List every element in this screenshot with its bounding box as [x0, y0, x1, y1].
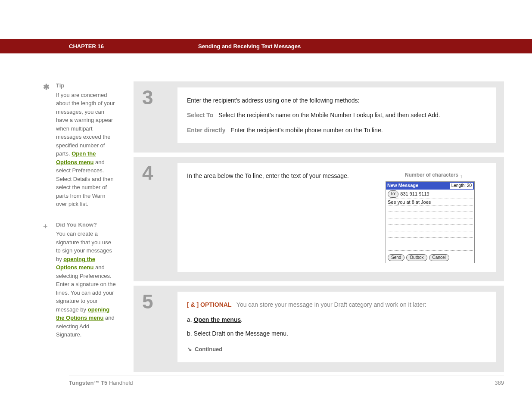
method1-label: Select To	[187, 112, 213, 118]
tip-text-2: and select Preferences. Select Details a…	[56, 159, 114, 208]
dyk-heading: Did You Know?	[56, 221, 116, 229]
step5-a-prefix: a.	[187, 316, 194, 323]
product-suffix: Handheld	[107, 380, 133, 386]
dyk-text-2: and selecting Preferences. Enter a signa…	[56, 264, 116, 313]
dyk-block: + Did You Know? You can create a signatu…	[56, 221, 116, 339]
open-menus-link[interactable]: Open the menus	[194, 316, 241, 323]
step-number: 3	[142, 87, 177, 143]
tip-heading: Tip	[56, 81, 116, 90]
plus-icon: +	[43, 221, 48, 232]
step5-a: a. Open the menus.	[187, 315, 487, 324]
tip-text-1: If you are concerned about the length of…	[56, 92, 115, 157]
method2-text: Enter the recipient's mobile phone numbe…	[230, 127, 383, 134]
page-number: 389	[495, 380, 504, 386]
device-title: New Message	[387, 182, 418, 189]
msg-line	[388, 212, 473, 218]
sidebar: ✱ Tip If you are concerned about the len…	[0, 81, 129, 376]
cancel-button[interactable]: Cancel	[429, 254, 449, 262]
msg-line	[388, 238, 473, 244]
chapter-title: Sending and Receiving Text Messages	[198, 43, 301, 50]
msg-line	[388, 231, 473, 238]
msg-line	[388, 244, 473, 251]
send-button[interactable]: Send	[388, 254, 404, 262]
dyk-body: You can create a signature that you use …	[56, 230, 116, 339]
chapter-header: CHAPTER 16 Sending and Receiving Text Me…	[0, 39, 532, 53]
page-content: ✱ Tip If you are concerned about the len…	[0, 53, 504, 376]
screenshot-caption: Number of characters	[383, 171, 487, 179]
device-titlebar: New Message Length: 20	[386, 182, 474, 190]
tip-block: ✱ Tip If you are concerned about the len…	[56, 81, 116, 209]
step5-intro: You can store your message in your Draft…	[236, 301, 426, 308]
main-steps: 3 Enter the recipient's address using on…	[129, 81, 504, 376]
step3-method1: Select To Select the recipient's name on…	[187, 111, 487, 119]
step-5: 5 [ & ] OPTIONAL You can store your mess…	[134, 286, 504, 372]
optional-tag: [ & ] OPTIONAL	[187, 301, 231, 308]
page-footer: Tungsten™ T5 Handheld 389	[69, 376, 504, 386]
to-row: To: 831 911 9119	[386, 190, 474, 199]
step4-text: In the area below the To line, enter the…	[187, 171, 370, 263]
msg-line	[388, 225, 473, 231]
msg-line	[388, 218, 473, 225]
to-button[interactable]: To:	[388, 190, 398, 198]
step-number: 5	[142, 292, 177, 362]
continued-row: ↘Continued	[187, 345, 487, 354]
product-bold: Tungsten™ T5	[69, 380, 107, 386]
arrow-down-right-icon: ↘	[187, 345, 192, 353]
length-counter: Length: 20	[450, 183, 473, 189]
msg-line-1: See you at 8 at Joes	[388, 199, 473, 206]
step-number: 4	[142, 163, 177, 272]
step3-intro: Enter the recipient's address using one …	[187, 96, 487, 105]
message-area[interactable]: See you at 8 at Joes	[386, 199, 474, 252]
step5-b: b. Select Draft on the Message menu.	[187, 329, 487, 338]
chapter-number: CHAPTER 16	[69, 43, 198, 50]
step-body: [ & ] OPTIONAL You can store your messag…	[177, 292, 496, 362]
step3-method2: Enter directly Enter the recipient's mob…	[187, 126, 487, 134]
device-button-row: Send Outbox Cancel	[386, 252, 474, 263]
method1-text: Select the recipient's name on the Mobil…	[218, 112, 440, 118]
outbox-button[interactable]: Outbox	[406, 254, 427, 262]
tip-body: If you are concerned about the length of…	[56, 91, 116, 209]
step5-intro-line: [ & ] OPTIONAL You can store your messag…	[187, 300, 487, 309]
method2-label: Enter directly	[187, 127, 225, 134]
asterisk-icon: ✱	[43, 81, 50, 93]
step5-a-suffix: .	[241, 316, 243, 323]
to-number[interactable]: 831 911 9119	[400, 191, 429, 198]
step-4: 4 In the area below the To line, enter t…	[134, 157, 504, 281]
device-screenshot: New Message Length: 20 To: 831 911 9119 …	[386, 181, 475, 263]
continued-label: Continued	[195, 346, 222, 352]
step-body: In the area below the To line, enter the…	[177, 163, 496, 272]
step-body: Enter the recipient's address using one …	[177, 87, 496, 143]
msg-line	[388, 206, 473, 212]
product-name: Tungsten™ T5 Handheld	[69, 380, 133, 386]
screenshot-wrap: Number of characters New Message Length:…	[383, 171, 487, 263]
step-3: 3 Enter the recipient's address using on…	[134, 81, 504, 153]
